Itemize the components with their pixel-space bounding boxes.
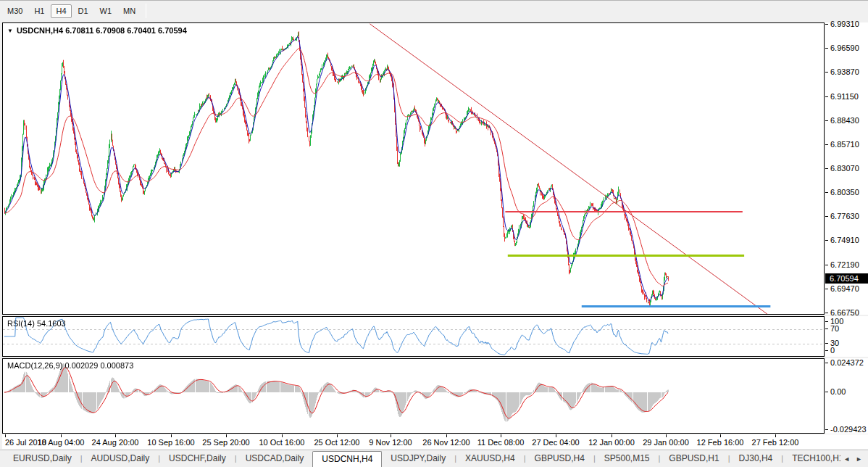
date-axis-tick — [337, 434, 338, 437]
tab-xauusd-h4[interactable]: XAUUSD,H4 — [456, 450, 524, 467]
timeframe-button-h1[interactable]: H1 — [29, 4, 49, 18]
price-axis-label: 6.72190 — [830, 260, 859, 269]
date-axis-tick — [446, 434, 447, 437]
price-axis-label: 6.88430 — [830, 116, 859, 125]
rsi-axis-tick — [825, 321, 828, 322]
price-axis-tick — [825, 72, 828, 73]
date-axis-tick — [775, 434, 776, 437]
price-axis-label: 6.77630 — [830, 212, 859, 220]
terminal-window: M30H1H4D1W1MN ▼ USDCNH,H4 6.70811 6.7090… — [0, 0, 868, 467]
date-axis-tick — [612, 434, 612, 437]
price-axis-tick — [825, 313, 828, 313]
date-axis-tick — [501, 434, 501, 437]
rsi-label: RSI(14) 54.1603 — [7, 319, 66, 328]
toolbar-separator — [146, 4, 146, 18]
timeframe-button-h4[interactable]: H4 — [51, 4, 71, 18]
tab-sp500-m15[interactable]: SP500,M15 — [596, 450, 659, 467]
chart-title-text: USDCNH,H4 6.70811 6.70908 6.70401 6.7059… — [17, 26, 187, 35]
chart-tab-strip: EURUSD,Daily|AUDUSD,Daily|USDCHF,Daily|U… — [0, 450, 840, 467]
price-axis-label: 6.96590 — [830, 44, 859, 52]
price-axis-tick — [825, 24, 828, 25]
macd-axis-label: -0.029423 — [830, 425, 867, 434]
date-axis-tick — [226, 434, 227, 437]
macd-axis-tick — [825, 363, 828, 363]
timeframe-button-d1[interactable]: D1 — [73, 4, 93, 18]
macd-axis-label: 0.024372 — [830, 358, 864, 367]
rsi-axis-tick — [825, 350, 828, 351]
date-axis-label: 24 Aug 20:00 — [92, 438, 139, 447]
price-axis-tick — [825, 289, 828, 289]
date-axis-tick — [115, 434, 116, 437]
tab-usdjpy-daily[interactable]: USDJPY,Daily — [382, 450, 454, 467]
tab-scroll-left-icon[interactable]: ◄ — [843, 455, 850, 463]
timeframe-toolbar: M30H1H4D1W1MN — [0, 0, 868, 21]
chart-title: ▼ USDCNH,H4 6.70811 6.70908 6.70401 6.70… — [7, 26, 187, 35]
price-axis-label: 6.80350 — [830, 188, 859, 197]
date-axis[interactable]: 26 Jul 201810 Aug 04:0024 Aug 20:0010 Se… — [2, 434, 868, 449]
price-axis-label: 6.99310 — [830, 20, 859, 28]
date-axis-label: 29 Jan 00:00 — [643, 438, 689, 447]
rsi-axis-tick — [825, 343, 828, 344]
date-axis-label: 25 Sep 20:00 — [202, 438, 249, 447]
price-axis-label: 6.74910 — [830, 236, 859, 244]
date-axis-tick — [282, 434, 283, 437]
price-axis-tick — [825, 96, 828, 97]
price-axis-label: 6.91150 — [830, 92, 859, 101]
macd-label: MACD(12,26,9) 0.002029 0.000873 — [7, 361, 133, 370]
timeframe-button-m30[interactable]: M30 — [2, 4, 28, 18]
rsi-panel[interactable]: RSI(14) 54.1603 — [2, 316, 825, 357]
tab-dj30-h4[interactable]: DJ30,H4 — [730, 450, 782, 467]
tab-usdcad-daily[interactable]: USDCAD,Daily — [237, 450, 313, 467]
date-axis-label: 9 Nov 12:00 — [369, 438, 412, 447]
tab-eurusd-daily[interactable]: EURUSD,Daily — [4, 450, 80, 467]
price-axis-label: 6.83070 — [830, 164, 859, 173]
date-axis-label: 26 Nov 12:00 — [422, 438, 470, 447]
macd-axis-label: 0.00 — [830, 387, 846, 396]
tab-usdchf-daily[interactable]: USDCHF,Daily — [160, 450, 235, 467]
price-chart-panel[interactable]: ▼ USDCNH,H4 6.70811 6.70908 6.70401 6.70… — [2, 22, 825, 315]
tab-scroll-right-icon[interactable]: ► — [856, 455, 862, 463]
price-axis-tick — [825, 48, 828, 49]
date-axis-label: 27 Feb 12:00 — [752, 438, 799, 447]
macd-canvas[interactable] — [3, 359, 824, 433]
tab-usdcnh-h4[interactable]: USDCNH,H4 — [312, 451, 382, 467]
date-axis-tick — [556, 434, 556, 437]
date-axis-label: 11 Dec 08:00 — [477, 438, 525, 447]
price-axis-tick — [825, 265, 828, 265]
macd-axis: 0.0243720.00-0.029423 — [825, 358, 868, 434]
macd-axis-tick — [825, 429, 828, 430]
price-axis-label: 6.69470 — [830, 284, 859, 293]
price-axis-tick — [825, 240, 828, 241]
date-axis-label: 10 Oct 16:00 — [259, 438, 305, 447]
timeframe-button-w1[interactable]: W1 — [95, 4, 117, 18]
date-axis-tick — [391, 434, 391, 437]
price-axis-tick — [825, 144, 828, 145]
chart-tab-bar: EURUSD,Daily|AUDUSD,Daily|USDCHF,Daily|U… — [0, 450, 868, 467]
price-canvas[interactable] — [3, 23, 824, 314]
date-axis-label: 25 Oct 12:00 — [314, 438, 360, 447]
tab-gbpusd-h4[interactable]: GBPUSD,H4 — [526, 450, 593, 467]
date-axis-label: 10 Sep 16:00 — [147, 438, 194, 447]
date-axis-tick — [666, 434, 667, 437]
rsi-axis-label: 70 — [830, 324, 839, 333]
price-axis-tick — [825, 120, 828, 121]
rsi-axis-tick — [825, 328, 828, 329]
date-axis-tick — [171, 434, 172, 437]
date-axis-label: 27 Dec 04:00 — [532, 438, 579, 447]
price-axis-tick — [825, 168, 828, 169]
date-axis-tick — [720, 434, 721, 437]
tab-gbpusd-h1[interactable]: GBPUSD,H1 — [660, 450, 727, 467]
timeframe-button-mn[interactable]: MN — [118, 4, 141, 18]
symbol-dropdown-icon[interactable]: ▼ — [7, 28, 13, 34]
current-price-tag: 6.70594 — [825, 273, 868, 284]
price-axis-label: 6.93870 — [830, 67, 859, 76]
tab-tech100-h1[interactable]: TECH100,H1 — [783, 450, 840, 467]
macd-panel[interactable]: MACD(12,26,9) 0.002029 0.000873 — [2, 358, 825, 434]
rsi-canvas[interactable] — [3, 317, 824, 356]
date-axis-tick — [5, 434, 6, 437]
price-axis[interactable]: 6.993106.965906.938706.911506.884306.857… — [825, 22, 868, 315]
tab-audusd-daily[interactable]: AUDUSD,Daily — [83, 450, 159, 467]
date-axis-tick — [61, 434, 62, 437]
price-axis-tick — [825, 216, 828, 217]
rsi-axis: 10070300 — [825, 316, 868, 357]
